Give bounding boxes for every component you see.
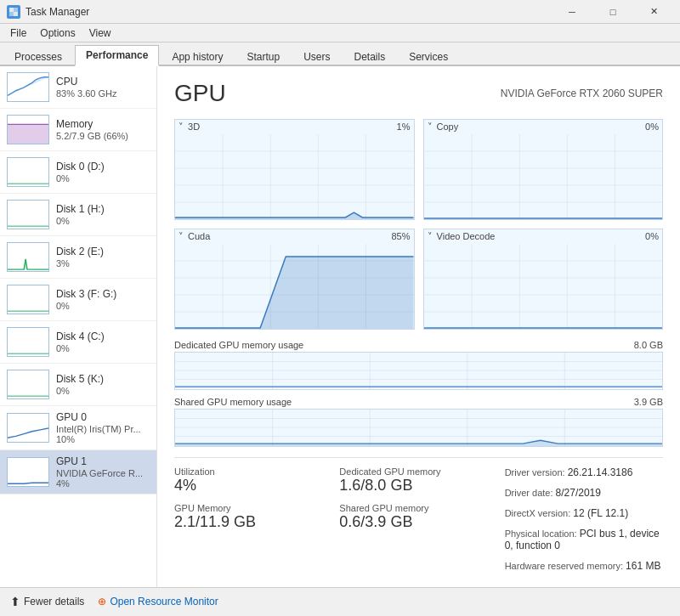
chart-video-decode-label-row: ˅ Video Decode 0% <box>424 229 663 244</box>
disk3-info: Disk 3 (F: G:) 0% <box>56 288 150 311</box>
tab-processes[interactable]: Processes <box>3 47 73 66</box>
fewer-details-button[interactable]: ⬆ Fewer details <box>10 595 84 608</box>
disk4-info: Disk 4 (C:) 0% <box>56 331 150 353</box>
stat-gpu-memory-value: 2.1/11.9 GB <box>174 513 332 531</box>
chart-cuda-label: ˅ Cuda <box>178 231 210 242</box>
chart-copy-label: ˅ Copy <box>428 122 459 133</box>
detail-header: GPU NVIDIA GeForce RTX 2060 SUPER <box>174 80 663 107</box>
chart-3d: ˅ 3D 1% <box>174 119 415 220</box>
resource-monitor-icon: ⊕ <box>98 596 106 608</box>
chart-video-decode-area <box>424 244 663 329</box>
tab-startup[interactable]: Startup <box>235 47 291 66</box>
gpu1-stats: NVIDIA GeForce R... <box>56 468 150 478</box>
chart-video-decode: ˅ Video Decode 0% <box>423 229 664 330</box>
main-content: CPU 83% 3.60 GHz Memory 5.2/7.9 GB (66%) <box>0 66 680 587</box>
open-resource-monitor-label: Open Resource Monitor <box>110 596 218 608</box>
disk5-stats: 0% <box>56 386 150 396</box>
menu-file[interactable]: File <box>3 25 33 41</box>
svg-marker-19 <box>175 212 414 219</box>
shared-memory-chart <box>174 409 663 447</box>
open-resource-monitor-link[interactable]: ⊕ Open Resource Monitor <box>98 596 218 608</box>
sidebar-item-disk4[interactable]: Disk 4 (C:) 0% <box>0 321 156 364</box>
sidebar-item-disk3[interactable]: Disk 3 (F: G:) 0% <box>0 279 156 321</box>
chart-copy-area <box>424 134 663 219</box>
chart-copy-pct: 0% <box>645 122 659 133</box>
stats-col2: Dedicated GPU memory 1.6/8.0 GB Shared G… <box>339 466 497 580</box>
tab-details[interactable]: Details <box>343 47 396 66</box>
svg-marker-36 <box>175 257 414 329</box>
chart-3d-pct: 1% <box>397 122 411 133</box>
stat-physical-location-label: Physical location: <box>505 528 580 539</box>
close-button[interactable]: ✕ <box>634 0 673 24</box>
gpu0-mini-graph <box>7 413 49 443</box>
stat-shared-memory-label2: Shared GPU memory <box>339 503 497 513</box>
sidebar-item-disk5[interactable]: Disk 5 (K:) 0% <box>0 364 156 406</box>
dedicated-memory-max: 8.0 GB <box>634 340 663 350</box>
chart-cuda: ˅ Cuda 85% <box>174 229 415 330</box>
stat-directx: DirectX version: 12 (FL 12.1) <box>505 507 663 519</box>
sidebar-item-disk0[interactable]: Disk 0 (D:) 0% <box>0 151 156 194</box>
stat-gpu-memory-label: GPU Memory <box>174 503 332 513</box>
disk4-mini-graph <box>7 327 49 357</box>
fewer-details-label: Fewer details <box>24 596 84 608</box>
app-icon <box>7 5 20 19</box>
sidebar-item-disk2[interactable]: Disk 2 (E:) 3% <box>0 236 156 279</box>
chart-cuda-label-row: ˅ Cuda 85% <box>175 229 414 244</box>
stat-hw-reserved-label: Hardware reserved memory: <box>505 561 626 571</box>
menu-view[interactable]: View <box>82 25 118 41</box>
menu-options[interactable]: Options <box>33 25 82 41</box>
dedicated-memory-section: Dedicated GPU memory usage 8.0 GB <box>174 338 663 390</box>
cpu-info: CPU 83% 3.60 GHz <box>56 76 150 99</box>
chart-3d-label: ˅ 3D <box>178 122 200 133</box>
disk2-info: Disk 2 (E:) 3% <box>56 246 150 268</box>
detail-panel: GPU NVIDIA GeForce RTX 2060 SUPER ˅ 3D 1… <box>157 66 680 587</box>
gpu1-info: GPU 1 NVIDIA GeForce R... 4% <box>56 455 150 489</box>
detail-subtitle: NVIDIA GeForce RTX 2060 SUPER <box>501 88 663 99</box>
gpu1-mini-graph <box>7 457 49 487</box>
stat-driver-date-value: 8/27/2019 <box>556 487 601 499</box>
chevron-up-icon: ⬆ <box>10 595 20 608</box>
disk2-mini-graph <box>7 242 49 272</box>
disk5-mini-graph <box>7 370 49 399</box>
stat-dedicated-memory: Dedicated GPU memory 1.6/8.0 GB <box>339 466 497 494</box>
sidebar-item-disk1[interactable]: Disk 1 (H:) 0% <box>0 194 156 236</box>
stat-utilization: Utilization 4% <box>174 466 332 494</box>
tabs-bar: Processes Performance App history Startu… <box>0 42 680 66</box>
chart-copy: ˅ Copy 0% <box>423 119 664 220</box>
sidebar-item-gpu1[interactable]: GPU 1 NVIDIA GeForce R... 4% <box>0 450 156 494</box>
stat-hw-reserved: Hardware reserved memory: 161 MB <box>505 560 663 572</box>
sidebar-item-memory[interactable]: Memory 5.2/7.9 GB (66%) <box>0 109 156 151</box>
disk5-info: Disk 5 (K:) 0% <box>56 373 150 396</box>
tab-services[interactable]: Services <box>398 47 459 66</box>
chart-3d-label-row: ˅ 3D 1% <box>175 120 414 134</box>
chart-cuda-pct: 85% <box>391 231 410 242</box>
stat-directx-label: DirectX version: <box>505 508 574 518</box>
chart-copy-label-row: ˅ Copy 0% <box>424 120 663 134</box>
stat-driver-date-label: Driver date: <box>505 488 556 498</box>
menu-bar: File Options View <box>0 24 680 42</box>
stat-shared-memory: Shared GPU memory 0.6/3.9 GB <box>339 503 497 531</box>
svg-rect-4 <box>8 124 48 144</box>
shared-memory-max: 3.9 GB <box>634 397 663 407</box>
tab-users[interactable]: Users <box>292 47 341 66</box>
tab-performance[interactable]: Performance <box>75 45 159 66</box>
dedicated-memory-label-row: Dedicated GPU memory usage 8.0 GB <box>174 338 663 352</box>
cpu-label: CPU <box>56 76 150 88</box>
gpu0-pct: 10% <box>56 434 150 444</box>
stat-driver-version-value: 26.21.14.3186 <box>568 466 633 478</box>
memory-mini-graph <box>7 115 49 144</box>
stat-dedicated-memory-value: 1.6/8.0 GB <box>339 477 497 494</box>
sidebar-item-cpu[interactable]: CPU 83% 3.60 GHz <box>0 66 156 109</box>
tab-app-history[interactable]: App history <box>161 47 234 66</box>
sidebar-item-gpu0[interactable]: GPU 0 Intel(R) Iris(TM) Pr... 10% <box>0 406 156 450</box>
stat-dedicated-memory-label: Dedicated GPU memory <box>339 466 497 477</box>
gpu1-pct: 4% <box>56 478 150 489</box>
maximize-button[interactable]: □ <box>593 0 632 24</box>
minimize-button[interactable]: ─ <box>552 0 592 24</box>
disk5-label: Disk 5 (K:) <box>56 373 150 385</box>
svg-rect-2 <box>9 12 14 16</box>
disk1-label: Disk 1 (H:) <box>56 203 150 215</box>
stat-gpu-memory: GPU Memory 2.1/11.9 GB <box>174 503 332 531</box>
chart-video-decode-pct: 0% <box>645 231 659 242</box>
gpu0-info: GPU 0 Intel(R) Iris(TM) Pr... 10% <box>56 411 150 444</box>
